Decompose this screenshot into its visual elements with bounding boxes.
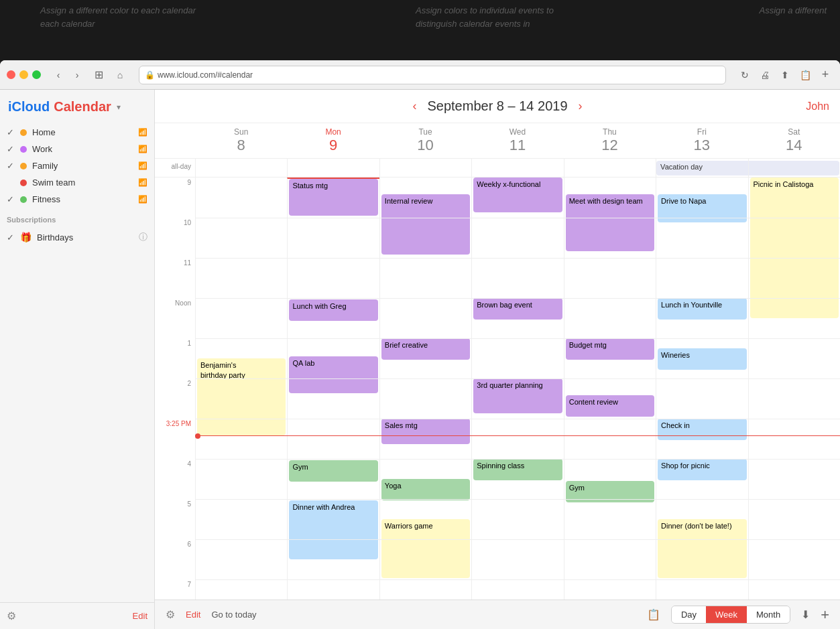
traffic-lights [7,70,41,79]
month-view-button[interactable]: Month [747,606,790,623]
sidebar-item-family[interactable]: ✓ Family 📶 [0,157,154,174]
day-col-sat[interactable]: Picnic in Calistoga [748,178,840,600]
sidebar-item-home[interactable]: ✓ Home 📶 [0,124,154,141]
goto-today-button[interactable]: Go to today [211,610,636,620]
day-headers: Sun 8 Mon 9 Tue 10 Wed 11 Thu 12 Fri 13 [155,123,840,159]
new-tab-button[interactable]: + [817,67,833,83]
event-lunch-greg[interactable]: Lunch with Greg [289,299,377,321]
day-col-sun[interactable]: Benjamin'sbirthday party [195,178,287,600]
cal-dot-swim [20,180,27,186]
time-1: 1 [155,338,195,378]
event-shop-picnic[interactable]: Shop for picnic [658,459,746,480]
calendar-footer: ⚙ Edit Go to today 📋 Day Week Month ⬇ + [155,600,840,629]
time-5: 5 [155,499,195,539]
day-header-tue: Tue 10 [379,123,471,158]
day-header-mon: Mon 9 [287,123,379,158]
allday-cell-sun [195,159,287,177]
event-benjamins-party[interactable]: Benjamin'sbirthday party [197,358,286,435]
time-10: 10 [155,218,195,258]
day-col-mon[interactable]: Status mtg Lunch with Greg QA lab Gym Di… [287,178,379,600]
wifi-icon-family: 📶 [138,161,147,170]
event-3rd-quarter[interactable]: 3rd quarter planning [473,378,562,413]
forward-button[interactable]: › [69,67,85,83]
allday-cell-tue [379,159,471,177]
event-lunch-yountville[interactable]: Lunch in Yountville [658,298,746,320]
download-button[interactable]: ⬇ [801,608,810,621]
check-icon-family: ✓ [7,161,17,171]
event-content-review[interactable]: Content review [566,395,654,417]
event-internal-review[interactable]: Internal review [381,194,470,255]
event-gym-mon[interactable]: Gym [289,460,377,482]
event-brief-creative[interactable]: Brief creative [381,338,470,360]
day-header-thu: Thu 12 [564,123,656,158]
maximize-button[interactable] [32,70,41,79]
event-yoga[interactable]: Yoga [381,479,470,500]
nav-buttons: ‹ › [50,67,85,83]
allday-cells: Vacation day [195,159,840,177]
time-11: 11 [155,258,195,298]
prev-week-button[interactable]: ‹ [402,99,427,113]
cal-dot-fitness [20,196,27,203]
allday-cell-wed [471,159,563,177]
event-meet-design[interactable]: Meet with design team [566,194,654,251]
event-picnic-calistoga[interactable]: Picnic in Calistoga [750,178,839,318]
icloud-title: iCloud [8,99,50,115]
back-button[interactable]: ‹ [50,67,66,83]
lock-icon: 🔒 [145,70,155,80]
day-header-sun: Sun 8 [195,123,287,158]
day-view-button[interactable]: Day [672,606,706,623]
next-week-button[interactable]: › [568,99,593,113]
browser-window: ‹ › ⊞ ⌂ 🔒 www.icloud.com/#calendar ↻ 🖨 ⬆… [0,60,840,629]
event-sales-mtg[interactable]: Sales mtg [381,419,470,444]
sidebar-item-fitness[interactable]: ✓ Fitness 📶 [0,191,154,208]
subscriptions-section-label: Subscriptions [0,210,154,225]
share-button[interactable]: ⬆ [777,67,793,83]
address-bar[interactable]: 🔒 www.icloud.com/#calendar [139,66,726,84]
event-wineries[interactable]: Wineries [658,348,746,370]
user-name[interactable]: John [806,100,829,113]
event-spinning[interactable]: Spinning class [473,459,562,480]
day-col-fri[interactable]: Drive to Napa Lunch in Yountville Wineri… [656,178,747,600]
settings-button[interactable]: ⚙ [7,610,16,622]
add-event-button[interactable]: + [821,606,829,624]
minimize-button[interactable] [19,70,28,79]
event-drive-napa[interactable]: Drive to Napa [658,194,746,222]
sidebar-item-birthdays[interactable]: ✓ 🎁 Birthdays ⓘ [0,228,154,247]
event-warriors-game[interactable]: Warriors game [381,519,470,578]
event-weekly-x[interactable]: Weekly x-functional [473,178,562,212]
reload-button[interactable]: ↻ [737,67,753,83]
day-col-tue[interactable]: Internal review Brief creative Sales mtg… [379,178,471,600]
edit-button[interactable]: Edit [133,611,147,621]
sidebar-item-work[interactable]: ✓ Work 📶 [0,141,154,157]
event-qa-lab[interactable]: QA lab [289,356,377,393]
toolbar-right-buttons: ↻ 🖨 ⬆ 📋 + [737,67,833,83]
sidebar-toggle-button[interactable]: ⊞ [91,67,107,83]
event-brown-bag[interactable]: Brown bag event [473,298,562,320]
print-button[interactable]: 🖨 [757,67,773,83]
calendar-grid[interactable]: 9 10 11 Noon 1 2 3:25 PM 4 5 6 7 8 [155,178,840,600]
close-button[interactable] [7,70,15,79]
cal-dot-family [20,163,27,169]
event-dinner-late[interactable]: Dinner (don't be late!) [658,519,746,578]
home-button[interactable]: ⌂ [112,67,128,83]
reading-list-button[interactable]: 📋 [797,67,813,83]
wifi-icon-swim: 📶 [138,178,147,187]
week-view-button[interactable]: Week [706,606,747,623]
event-dinner-andrea[interactable]: Dinner with Andrea [289,500,377,559]
event-gym-thu[interactable]: Gym [566,481,654,502]
event-status-mtg[interactable]: Status mtg [289,179,377,216]
day-header-wed: Wed 11 [471,123,563,158]
browser-toolbar: ‹ › ⊞ ⌂ 🔒 www.icloud.com/#calendar ↻ 🖨 ⬆… [0,60,840,90]
day-col-thu[interactable]: Meet with design team Budget mtg Content… [564,178,656,600]
footer-settings-button[interactable]: ⚙ [166,608,175,621]
allday-label: all-day [155,159,195,177]
day-col-wed[interactable]: Weekly x-functional Brown bag event 3rd … [471,178,563,600]
calendar-view-icon-button[interactable]: 📋 [647,608,660,621]
time-9: 9 [155,178,195,218]
view-toggle: Day Week Month [671,606,790,624]
footer-edit-button[interactable]: Edit [186,610,200,620]
event-check-in[interactable]: Check in [658,419,746,440]
event-budget-mtg[interactable]: Budget mtg [566,338,654,360]
sidebar-item-swim-team[interactable]: ✓ Swim team 📶 [0,174,154,191]
day-header-sat: Sat 14 [748,123,840,158]
